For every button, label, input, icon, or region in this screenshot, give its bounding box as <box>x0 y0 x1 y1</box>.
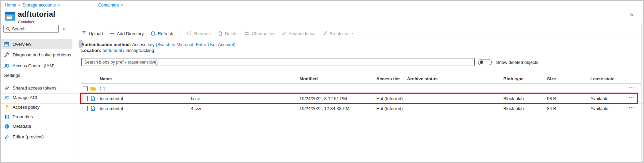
show-deleted-label: Show deleted objects <box>496 60 538 65</box>
lease-pen-icon <box>281 31 286 36</box>
row-menu-button[interactable]: ··· <box>629 95 634 100</box>
cell-modified: 10/24/2022, 3:12:51 PM <box>299 96 347 101</box>
close-icon[interactable]: × <box>630 11 634 18</box>
row-checkbox[interactable] <box>83 86 88 91</box>
row-checkbox[interactable] <box>83 106 88 111</box>
table-row[interactable]: [..] ··· <box>1 84 644 94</box>
switch-auth-link[interactable]: (Switch to Microsoft Entra User Account) <box>156 42 235 47</box>
breadcrumb-home[interactable]: Home <box>5 3 16 8</box>
blob-name-prefix[interactable]: Incremental- <box>100 106 124 111</box>
toolbar: Upload Add Directory Refresh <box>81 29 353 38</box>
sidebar-section-settings: Settings <box>4 73 20 78</box>
delete-button[interactable]: Delete <box>218 31 238 36</box>
collapse-menu-button[interactable]: « <box>63 26 66 31</box>
auth-method-value: Access key <box>132 42 155 47</box>
file-icon <box>90 106 96 111</box>
sidebar-item-label: Properties <box>13 114 33 119</box>
container-icon <box>5 12 15 21</box>
column-header-size: Size <box>547 76 556 81</box>
sidebar-item-label: Access Control (IAM) <box>13 63 55 68</box>
azure-container-blade: Home > Storage accounts > Containers > a… <box>0 0 644 163</box>
location-path: incchgtracking <box>126 48 154 53</box>
folder-icon <box>90 86 96 91</box>
blob-name-prefix[interactable]: Incremental- <box>100 96 124 101</box>
refresh-button[interactable]: Refresh <box>150 31 173 36</box>
redacted-breadcrumb-item <box>62 3 96 7</box>
plus-icon <box>109 31 115 36</box>
toolbar-button-label: Upload <box>89 31 103 36</box>
acquire-lease-button[interactable]: Acquire lease <box>281 31 316 36</box>
cell-modified: 10/24/2022, 12:34:33 PM <box>299 106 349 111</box>
break-lease-button[interactable]: Break lease <box>322 31 353 36</box>
info-icon <box>4 124 10 129</box>
breadcrumb: Home > Storage accounts > Containers > <box>5 3 123 8</box>
breadcrumb-separator: > <box>18 3 20 7</box>
toolbar-button-label: Break lease <box>330 31 353 36</box>
row-menu-button[interactable]: ··· <box>629 105 634 110</box>
trash-icon <box>218 31 223 36</box>
toolbar-separator <box>180 30 180 37</box>
breadcrumb-storage-accounts[interactable]: Storage accounts <box>23 3 56 8</box>
people-icon <box>4 63 10 69</box>
table-row[interactable]: Incremental- l.csv 10/24/2022, 3:12:51 P… <box>1 94 644 104</box>
row-checkbox[interactable] <box>83 96 88 101</box>
column-header-modified: Modified <box>299 76 318 81</box>
cell-size: 84 B <box>547 106 556 111</box>
toggle-knob <box>480 60 483 64</box>
rename-icon <box>186 31 192 36</box>
location-container-link[interactable]: adftutorial <box>102 48 122 53</box>
sidebar-item-label: Diagnose and solve problems <box>13 52 71 57</box>
column-header-blob-type: Blob type <box>503 76 523 81</box>
divider <box>3 81 70 81</box>
break-lease-icon <box>322 31 327 36</box>
show-deleted-toggle[interactable] <box>478 59 492 65</box>
toolbar-button-label: Change tier <box>252 31 275 36</box>
toolbar-button-label: Rename <box>194 31 211 36</box>
folder-name[interactable]: [..] <box>100 86 104 91</box>
column-header-lease-state: Lease state <box>590 76 615 81</box>
breadcrumb-separator: > <box>121 3 123 7</box>
change-tier-button[interactable]: Change tier <box>244 31 275 36</box>
blob-name-suffix[interactable]: 4.csv <box>191 106 201 111</box>
location-separator: / <box>123 48 125 53</box>
breadcrumb-containers[interactable]: Containers <box>98 3 119 8</box>
cell-access-tier: Hot (Inferred) <box>376 106 403 111</box>
sidebar-item-overview[interactable]: Overview <box>1 39 72 49</box>
cell-blob-type: Block blob <box>503 96 524 101</box>
upload-button[interactable]: Upload <box>81 31 103 36</box>
blob-prefix-search-input[interactable] <box>81 58 475 66</box>
search-icon <box>6 27 11 31</box>
overview-icon <box>4 42 10 47</box>
wrench-icon <box>4 52 10 58</box>
sidebar-item-editor[interactable]: Editor (preview) <box>1 132 72 142</box>
column-header-name: Name <box>100 76 112 81</box>
swap-arrows-icon <box>244 31 250 36</box>
blob-name-suffix[interactable]: l.csv <box>191 96 200 101</box>
auth-method-label: Authentication method: <box>81 42 131 47</box>
sidebar-item-access-control[interactable]: Access Control (IAM) <box>1 61 72 71</box>
rename-button[interactable]: Rename <box>186 31 211 36</box>
row-menu-button[interactable]: ··· <box>629 85 634 91</box>
refresh-icon <box>150 31 156 36</box>
pencil-icon <box>4 134 10 140</box>
add-directory-button[interactable]: Add Directory <box>109 31 144 36</box>
cell-blob-type: Block blob <box>503 106 524 111</box>
divider <box>79 39 641 39</box>
cell-lease-state: Available <box>590 96 608 101</box>
toolbar-button-label: Delete <box>225 31 238 36</box>
file-icon <box>90 96 96 101</box>
table-row[interactable]: Incremental- 4.csv 10/24/2022, 12:34:33 … <box>1 104 644 113</box>
sidebar-search-input[interactable] <box>12 27 57 31</box>
toolbar-button-label: Refresh <box>158 31 173 36</box>
location-label: Location: <box>81 48 101 53</box>
upload-icon <box>81 31 87 36</box>
toolbar-button-label: Add Directory <box>117 31 144 36</box>
sidebar-item-metadata[interactable]: Metadata <box>1 121 72 131</box>
authentication-method-line: Authentication method: Access key (Switc… <box>81 42 236 47</box>
breadcrumb-separator: > <box>58 3 60 7</box>
cell-size: 98 B <box>547 96 556 101</box>
cell-access-tier: Hot (Inferred) <box>376 96 403 101</box>
sidebar-item-diagnose[interactable]: Diagnose and solve problems <box>1 50 72 60</box>
more-options-button[interactable]: … <box>50 12 55 18</box>
column-header-archive-status: Archive status <box>407 76 438 81</box>
